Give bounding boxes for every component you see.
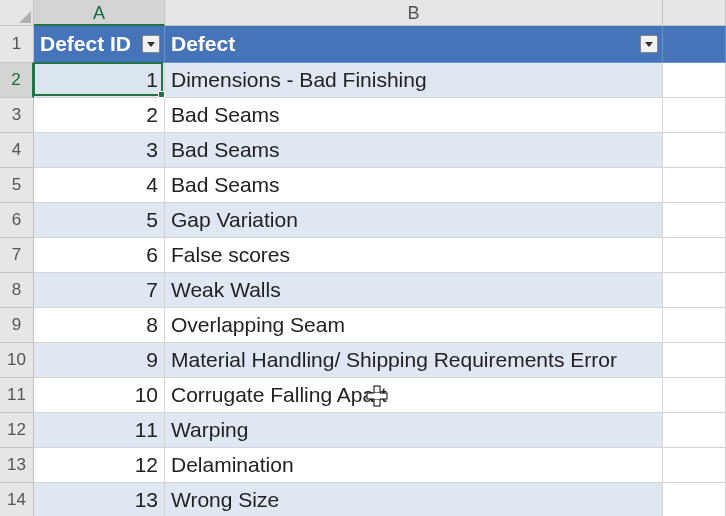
cell-empty[interactable] <box>663 378 726 413</box>
table-header-label: Defect <box>171 32 235 56</box>
cell-defect-id[interactable]: 13 <box>34 483 165 516</box>
row-header-3[interactable]: 3 <box>0 98 34 133</box>
table-header-defect-id[interactable]: Defect ID <box>34 26 165 63</box>
cell-empty[interactable] <box>663 26 726 63</box>
cell-defect[interactable]: Material Handling/ Shipping Requirements… <box>165 343 663 378</box>
cell-defect[interactable]: Gap Variation <box>165 203 663 238</box>
cell-defect[interactable]: Delamination <box>165 448 663 483</box>
cell-defect[interactable]: Bad Seams <box>165 168 663 203</box>
cell-defect-id[interactable]: 12 <box>34 448 165 483</box>
cell-defect-id[interactable]: 4 <box>34 168 165 203</box>
row-header-10[interactable]: 10 <box>0 343 34 378</box>
table-header-label: Defect ID <box>40 32 131 56</box>
row-header-5[interactable]: 5 <box>0 168 34 203</box>
cell-defect-id[interactable]: 8 <box>34 308 165 343</box>
cell-defect-id[interactable]: 11 <box>34 413 165 448</box>
filter-button[interactable] <box>142 35 160 53</box>
row-header-8[interactable]: 8 <box>0 273 34 308</box>
svg-marker-0 <box>19 11 31 23</box>
cell-defect[interactable]: Bad Seams <box>165 98 663 133</box>
cell-empty[interactable] <box>663 273 726 308</box>
svg-marker-2 <box>645 42 653 47</box>
cell-empty[interactable] <box>663 413 726 448</box>
cell-defect-id[interactable]: 7 <box>34 273 165 308</box>
select-all-corner[interactable] <box>0 0 34 26</box>
cell-defect[interactable]: Bad Seams <box>165 133 663 168</box>
cell-defect[interactable]: False scores <box>165 238 663 273</box>
row-header-6[interactable]: 6 <box>0 203 34 238</box>
row-header-7[interactable]: 7 <box>0 238 34 273</box>
cell-defect[interactable]: Dimensions - Bad Finishing <box>165 63 663 98</box>
row-header-14[interactable]: 14 <box>0 483 34 516</box>
cell-defect-id[interactable]: 1 <box>34 63 165 98</box>
row-header-11[interactable]: 11 <box>0 378 34 413</box>
cell-defect[interactable]: Corrugate Falling Apart <box>165 378 663 413</box>
row-header-4[interactable]: 4 <box>0 133 34 168</box>
row-header-1[interactable]: 1 <box>0 26 34 63</box>
table-header-defect[interactable]: Defect <box>165 26 663 63</box>
cell-empty[interactable] <box>663 203 726 238</box>
cell-defect[interactable]: Wrong Size <box>165 483 663 516</box>
cell-empty[interactable] <box>663 63 726 98</box>
cell-empty[interactable] <box>663 308 726 343</box>
cell-empty[interactable] <box>663 343 726 378</box>
cell-empty[interactable] <box>663 133 726 168</box>
row-header-2[interactable]: 2 <box>0 63 34 98</box>
row-header-13[interactable]: 13 <box>0 448 34 483</box>
cell-defect-id[interactable]: 2 <box>34 98 165 133</box>
column-header-A[interactable]: A <box>34 0 165 26</box>
column-header-B[interactable]: B <box>165 0 663 26</box>
select-all-triangle-icon <box>19 11 31 23</box>
chevron-down-icon <box>644 39 654 49</box>
cell-empty[interactable] <box>663 238 726 273</box>
cell-defect-id[interactable]: 9 <box>34 343 165 378</box>
cell-defect[interactable]: Overlapping Seam <box>165 308 663 343</box>
chevron-down-icon <box>146 39 156 49</box>
cell-empty[interactable] <box>663 448 726 483</box>
column-header-extra[interactable] <box>663 0 726 26</box>
cell-defect-id[interactable]: 6 <box>34 238 165 273</box>
row-header-12[interactable]: 12 <box>0 413 34 448</box>
cell-defect-id[interactable]: 10 <box>34 378 165 413</box>
filter-button[interactable] <box>640 35 658 53</box>
cell-empty[interactable] <box>663 168 726 203</box>
cell-defect-id[interactable]: 5 <box>34 203 165 238</box>
cell-defect-id[interactable]: 3 <box>34 133 165 168</box>
cell-defect[interactable]: Warping <box>165 413 663 448</box>
svg-marker-1 <box>147 42 155 47</box>
cell-empty[interactable] <box>663 98 726 133</box>
row-header-9[interactable]: 9 <box>0 308 34 343</box>
cell-defect[interactable]: Weak Walls <box>165 273 663 308</box>
cell-empty[interactable] <box>663 483 726 516</box>
